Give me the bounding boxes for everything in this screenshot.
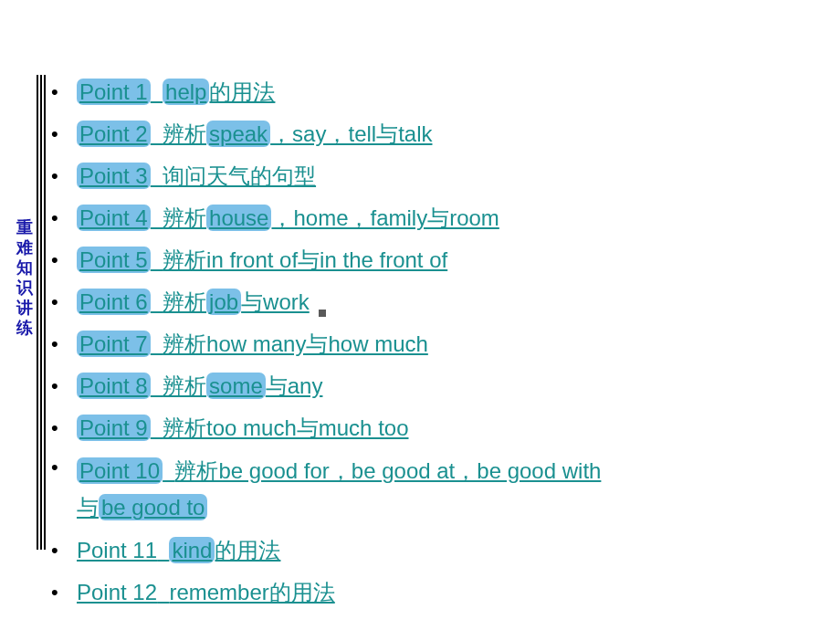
point-link-4[interactable]: Point 4 辨析house，home，family与room — [77, 205, 499, 231]
point-num: Point 10 — [77, 457, 163, 484]
point-num: Point 8 — [77, 373, 151, 399]
point-keyword: help — [163, 79, 209, 105]
point-num: Point 5 — [77, 247, 151, 273]
point-link-2[interactable]: Point 2 辨析speak，say，tell与talk — [77, 121, 432, 147]
point-text: 辨析be good for，be good at，be good with — [174, 458, 601, 483]
list-item: Point 5 辨析in front of与in the front of — [44, 239, 840, 281]
point-link-8[interactable]: Point 8 辨析some与any — [77, 373, 322, 399]
list-item: Point 8 辨析some与any — [44, 365, 840, 407]
point-link-9[interactable]: Point 9 辨析too much与much too — [77, 415, 409, 441]
point-keyword: be good to — [99, 494, 207, 520]
point-text: 与any — [266, 373, 323, 398]
point-link-12[interactable]: Point 12 remember的用法 — [77, 580, 335, 604]
point-num: Point 7 — [77, 331, 151, 357]
list-item: Point 3 询问天气的句型 — [44, 155, 840, 197]
point-link-11[interactable]: Point 11 kind的用法 — [77, 537, 280, 563]
list-item: Point 7 辨析how many与how much — [44, 323, 840, 365]
point-text: 辨析 — [163, 205, 206, 230]
point-num: Point 11 — [77, 538, 157, 562]
point-text: 询问天气的句型 — [163, 163, 316, 188]
point-text: 的用法 — [215, 538, 280, 562]
list-item: Point 1 help的用法 — [44, 71, 840, 113]
point-text: 辨析too much与much too — [163, 415, 408, 440]
point-num: Point 9 — [77, 415, 151, 441]
sidebar-category-label: 重 难 知 识 讲 练 — [16, 217, 34, 338]
point-link-1[interactable]: Point 1 help的用法 — [77, 79, 275, 105]
point-text: remember的用法 — [169, 580, 334, 604]
point-keyword: house — [206, 205, 271, 231]
point-link-10[interactable]: Point 10 辨析be good for，be good at，be goo… — [77, 457, 601, 520]
point-text: 辨析 — [163, 289, 206, 314]
point-link-3[interactable]: Point 3 询问天气的句型 — [77, 163, 316, 189]
point-keyword: kind — [169, 537, 215, 563]
list-item: Point 9 辨析too much与much too — [44, 407, 840, 449]
point-keyword: speak — [206, 121, 270, 147]
point-text: 辨析 — [163, 121, 206, 146]
point-num: Point 4 — [77, 205, 151, 231]
point-num: Point 12 — [77, 580, 157, 604]
list-item: Point 2 辨析speak，say，tell与talk — [44, 113, 840, 155]
points-list: Point 1 help的用法 Point 2 辨析speak，say，tell… — [44, 71, 840, 614]
point-text: 与 — [77, 495, 99, 520]
point-text: 辨析in front of与in the front of — [163, 247, 447, 272]
point-keyword: some — [206, 373, 266, 399]
list-item: Point 10 辨析be good for，be good at，be goo… — [44, 449, 840, 530]
point-text: ，home，family与room — [271, 205, 499, 230]
list-item: Point 4 辨析house，home，family与room — [44, 197, 840, 239]
point-link-6[interactable]: Point 6 辨析job与work — [77, 289, 310, 315]
point-text: ，say，tell与talk — [270, 121, 432, 146]
point-num: Point 3 — [77, 163, 151, 189]
point-text: 与work — [241, 289, 310, 314]
list-item: Point 12 remember的用法 — [44, 572, 840, 614]
point-num: Point 6 — [77, 289, 151, 315]
point-text: 辨析 — [163, 373, 206, 398]
list-item: Point 6 辨析job与work — [44, 281, 840, 323]
point-link-7[interactable]: Point 7 辨析how many与how much — [77, 331, 428, 357]
point-text: 辨析how many与how much — [163, 331, 428, 356]
point-link-5[interactable]: Point 5 辨析in front of与in the front of — [77, 247, 447, 273]
point-keyword: job — [206, 289, 241, 315]
point-text: 的用法 — [209, 79, 275, 104]
point-num: Point 2 — [77, 121, 151, 147]
list-item: Point 11 kind的用法 — [44, 530, 840, 572]
point-num: Point 1 — [77, 79, 151, 105]
